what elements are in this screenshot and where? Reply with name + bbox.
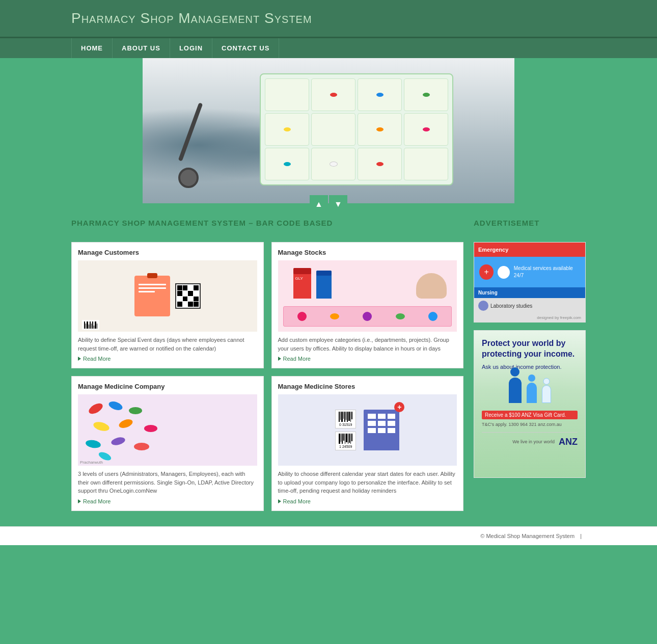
- read-more-label: Read More: [283, 356, 311, 362]
- customers-image: [78, 260, 257, 332]
- hero-next-button[interactable]: ▼: [329, 195, 347, 213]
- pill-teal: [85, 439, 101, 449]
- hero-section: ▲ ▼: [71, 58, 586, 203]
- pill-cell: [311, 78, 355, 111]
- pill-red: [87, 401, 104, 416]
- sidebar-title: ADVERTISEMET: [474, 219, 586, 231]
- pill-cell: [311, 148, 355, 180]
- person-2: [527, 383, 537, 403]
- ad-emergency-label: Emergency: [474, 243, 585, 257]
- chevron-right-icon: [278, 357, 281, 361]
- pill-cell: [265, 113, 309, 146]
- pill-cell: [358, 113, 402, 146]
- ad-nursing-label: Nursing: [474, 287, 585, 298]
- hands-hint: [416, 273, 447, 299]
- footer-copyright: © Medical Shop Management System: [480, 533, 574, 539]
- people-silhouettes: [482, 378, 578, 403]
- card-image-medicine: Pracharwuth: [78, 394, 257, 466]
- lab-text: Laboratory studies: [490, 303, 532, 309]
- footer: © Medical Shop Management System |: [0, 526, 657, 545]
- read-more-medicine-company[interactable]: Read More: [78, 498, 257, 504]
- pill-cell: [404, 113, 448, 146]
- pill-yellow: [92, 420, 110, 433]
- clipboard-icon: [134, 276, 170, 316]
- card-medicine-company: Manage Medicine Company: [71, 376, 264, 511]
- ad-fine-print: T&C's apply. 1300 964 321 anz.com.au: [482, 422, 578, 427]
- ad-body-text: Medical services available 24/7: [514, 265, 580, 279]
- image-credit: Pracharwuth: [80, 460, 103, 465]
- card-image-stores: 0 31519: [278, 394, 457, 466]
- ad-income: Protect your world by protecting your in…: [474, 330, 586, 478]
- read-more-label: Read More: [83, 356, 111, 362]
- barcode-lines-2: [339, 434, 352, 444]
- hero-prev-button[interactable]: ▲: [310, 195, 328, 213]
- read-more-stocks[interactable]: Read More: [278, 356, 457, 362]
- card-title-customers: Manage Customers: [78, 249, 257, 256]
- nav-home[interactable]: HOME: [71, 38, 113, 58]
- person-1: [509, 378, 522, 403]
- card-image-stocks: GLY: [278, 260, 457, 332]
- lab-icon: [478, 301, 488, 311]
- medical-bag-icon: +: [479, 264, 494, 280]
- card-image-customers: [78, 260, 257, 332]
- stocks-image: GLY: [278, 260, 457, 332]
- pill-cell: [311, 113, 355, 146]
- medicine-bottle-2: [316, 271, 332, 299]
- read-more-customers[interactable]: Read More: [78, 356, 257, 362]
- card-title-stocks: Manage Stocks: [278, 249, 457, 256]
- ad-income-sub: Ask us about income protection.: [482, 364, 578, 370]
- building-body: [364, 410, 399, 450]
- ad-anz-footer: We live in your world ANZ: [482, 432, 578, 447]
- pill-red-2: [134, 443, 149, 450]
- barcode-item-2: 1 24509: [335, 432, 356, 450]
- section-title-line: [71, 235, 75, 237]
- nav-about[interactable]: ABOUT US: [113, 38, 170, 58]
- section-title: PHARMACY SHOP MANAGEMENT SYSTEM – BAR CO…: [71, 219, 463, 231]
- card-stocks: Manage Stocks GLY: [271, 242, 464, 368]
- site-title: Pharmacy Shop Management System: [71, 10, 586, 26]
- main-column: PHARMACY SHOP MANAGEMENT SYSTEM – BAR CO…: [71, 219, 463, 511]
- steth-head: [178, 168, 199, 188]
- sidebar-title-line: [474, 235, 478, 237]
- pill-cell: [404, 78, 448, 111]
- ad-income-badge: Receive a $100 ANZ Visa Gift Card.: [482, 411, 578, 419]
- ad-medical-mid: + Medical services available 24/7: [474, 257, 585, 287]
- hero-background: [143, 58, 514, 203]
- pill-cell: [404, 148, 448, 180]
- card-customers: Manage Customers: [71, 242, 264, 368]
- steth-tube: [178, 102, 203, 161]
- ad-tagline: We live in your world: [512, 439, 555, 444]
- pill-blue: [107, 400, 123, 412]
- barcode-item: 0 31519: [335, 410, 356, 428]
- pill-cell: [358, 148, 402, 180]
- read-more-label: Read More: [283, 498, 311, 504]
- nav-contact[interactable]: CONTACT US: [212, 38, 279, 58]
- nav-login[interactable]: LOGIN: [170, 38, 212, 58]
- qr-code: [175, 283, 201, 309]
- pill-cell: [265, 148, 309, 180]
- chevron-right-icon: [278, 499, 281, 503]
- ad-income-title: Protect your world by protecting your in…: [482, 338, 578, 360]
- barcode-lines: [339, 412, 352, 422]
- barcode-strip: [82, 320, 99, 330]
- read-more-medicine-stores[interactable]: Read More: [278, 498, 457, 504]
- card-text-medicine-company: 3 levels of users (Administrators, Manag…: [78, 470, 257, 495]
- medicine-bottle: GLY: [293, 268, 311, 299]
- pill-green: [129, 407, 142, 414]
- hero-controls: ▲ ▼: [310, 195, 347, 213]
- pill-cell: [358, 78, 402, 111]
- person-3: [542, 385, 551, 403]
- sidebar: ADVERTISEMET Emergency + Medical service…: [474, 219, 586, 511]
- header: Pharmacy Shop Management System: [0, 0, 657, 38]
- ad-medical: Emergency + Medical services available 2…: [474, 242, 586, 323]
- stethoscope-circle: [498, 266, 510, 279]
- chevron-right-icon: [78, 499, 81, 503]
- medicine-company-image: Pracharwuth: [78, 394, 257, 466]
- pill-tray: [260, 73, 453, 185]
- anz-logo: ANZ: [559, 437, 578, 447]
- card-text-stocks: Add custom employee categories (i.e., de…: [278, 336, 457, 353]
- barcode-stack: 0 31519: [335, 410, 356, 450]
- medical-cross: +: [394, 402, 404, 412]
- pill-cell: [265, 78, 309, 111]
- card-text-customers: Ability to define Special Event days (da…: [78, 336, 257, 353]
